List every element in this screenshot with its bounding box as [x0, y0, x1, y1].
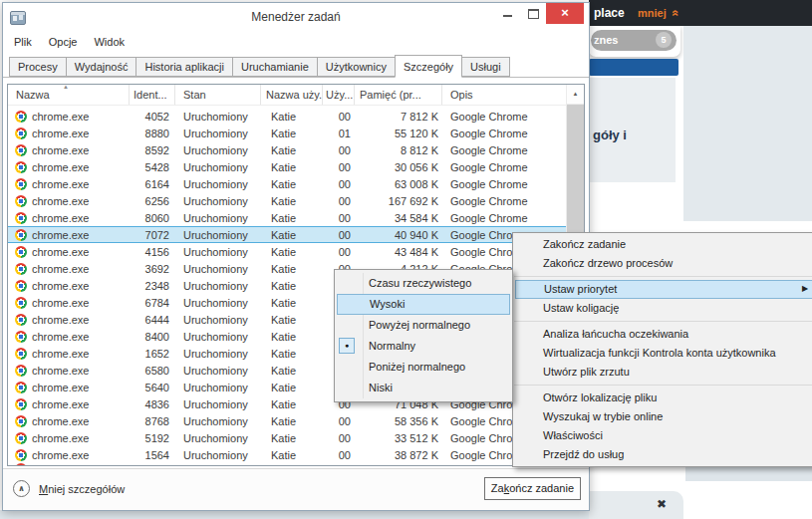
submenu-item-above-normal[interactable]: Powyżej normalnego	[335, 315, 512, 336]
tab[interactable]: Szczegóły	[395, 55, 462, 78]
process-row[interactable]: chrome.exe 4156 Uruchomiony Katie 00 43 …	[8, 243, 584, 260]
process-row[interactable]: chrome.exe 6256 Uruchomiony Katie 00 167…	[8, 192, 584, 209]
process-name-cell: chrome.exe	[8, 432, 130, 444]
chrome-icon	[15, 246, 27, 258]
menu-item-end-process-tree[interactable]: Zakończ drzewo procesów	[513, 254, 812, 273]
submenu-item-high[interactable]: Wysoki	[337, 294, 510, 315]
menu-item-set-priority[interactable]: Ustaw priorytet ▶	[515, 280, 812, 299]
list-header: NazwaIdent...StanNazwa uży...Uży...Pamię…	[8, 85, 584, 106]
process-row[interactable]: chrome.exe 8060 Uruchomiony Katie 00 34 …	[8, 209, 584, 226]
scrollbar-thumb[interactable]	[567, 105, 584, 234]
menu-item-properties[interactable]: Właściwości	[513, 426, 812, 445]
menu-item-go-to-services[interactable]: Przejdź do usług	[513, 445, 812, 464]
column-header[interactable]: Ident...	[130, 85, 175, 105]
process-row[interactable]: chrome.exe 5192 Uruchomiony Katie 00 33 …	[8, 429, 584, 446]
cpu-cell: 00	[323, 195, 355, 207]
menu-item-open-file-location[interactable]: Otwórz lokalizację pliku	[513, 389, 812, 407]
memory-cell: 7 812 K	[355, 111, 442, 123]
fewer-details-label: Mniej szczegółów	[39, 483, 125, 495]
column-header[interactable]: Nazwa	[8, 85, 130, 105]
tab[interactable]: Usługi	[461, 57, 510, 77]
scroll-up-arrow-icon[interactable]: ▲	[567, 85, 584, 105]
process-row[interactable]: chrome.exe 4052 Uruchomiony Katie 00 7 8…	[8, 108, 584, 125]
memory-cell: 30 056 K	[355, 161, 442, 173]
process-row[interactable]: chrome.exe 6164 Uruchomiony Katie 00 63 …	[8, 175, 584, 192]
chrome-icon	[15, 398, 27, 410]
tab[interactable]: Użytkownicy	[317, 57, 396, 77]
submenu-item-low[interactable]: Niski	[335, 378, 512, 398]
close-button[interactable]: ×	[546, 3, 584, 24]
pid-cell: 5192	[130, 432, 175, 444]
cpu-cell: 00	[323, 432, 355, 444]
description-cell: Google Chrome	[442, 195, 584, 207]
background-blue-bar	[589, 59, 678, 76]
process-row[interactable]: chrome.exe 8592 Uruchomiony Katie 00 8 8…	[8, 141, 584, 158]
close-x-icon[interactable]: ✖	[657, 497, 667, 511]
memory-cell: 33 512 K	[355, 432, 442, 444]
column-header[interactable]: Uży...	[323, 85, 355, 105]
process-row[interactable]: chrome.exe 8768 Uruchomiony Katie 00 58 …	[8, 412, 584, 429]
background-tag-pill[interactable]: znes 5	[591, 30, 677, 51]
column-header[interactable]: Pamięć (pr...	[355, 85, 442, 105]
process-row[interactable]	[8, 463, 584, 466]
menu-item-create-dump-file[interactable]: Utwórz plik zrzutu	[513, 363, 812, 382]
chrome-icon	[15, 144, 27, 156]
column-header[interactable]: Stan	[175, 85, 261, 105]
column-header[interactable]: Nazwa uży...	[261, 85, 323, 105]
end-task-button[interactable]: Zakończ zadanie	[484, 477, 581, 500]
minimize-button[interactable]	[496, 3, 521, 24]
submenu-item-below-normal[interactable]: Poniżej normalnego	[335, 357, 512, 378]
menu-item-search-online[interactable]: Wyszukaj w trybie online	[513, 407, 812, 426]
pid-cell: 6256	[130, 195, 175, 207]
chrome-icon	[15, 415, 27, 427]
tab[interactable]: Wydajność	[66, 57, 137, 77]
user-cell: Katie	[261, 111, 323, 123]
status-cell: Uruchomiony	[175, 398, 261, 410]
menu-item-analyze-wait-chain[interactable]: Analiza łańcucha oczekiwania	[513, 325, 812, 344]
user-cell: Katie	[261, 314, 323, 326]
submenu-item-realtime[interactable]: Czasu rzeczywistego	[335, 273, 512, 294]
process-name-cell: chrome.exe	[8, 195, 130, 207]
process-row[interactable]: chrome.exe 1564 Uruchomiony Katie 00 38 …	[8, 446, 584, 463]
background-content-panel: góły i	[589, 78, 676, 182]
process-name-cell: chrome.exe	[8, 229, 130, 241]
radio-selected-icon: ●	[339, 338, 355, 354]
memory-cell: 55 120 K	[355, 128, 442, 139]
menu-separator	[514, 276, 812, 277]
column-header[interactable]: Opis	[442, 85, 584, 105]
background-nav-link[interactable]: place	[594, 6, 625, 20]
background-collapse-link[interactable]: mniej «	[638, 7, 678, 19]
submenu-item-normal[interactable]: ● Normalny	[335, 336, 512, 357]
priority-submenu: Czasu rzeczywistego Wysoki Powyżej norma…	[334, 269, 513, 402]
menu-item-set-affinity[interactable]: Ustaw koligację	[513, 299, 812, 318]
background-heading: góły i	[593, 128, 627, 142]
menu-item[interactable]: Opcje	[49, 36, 78, 48]
maximize-button[interactable]	[521, 3, 546, 24]
status-cell: Uruchomiony	[175, 415, 261, 427]
menu-item-end-task[interactable]: Zakończ zadanie	[513, 235, 812, 254]
chrome-icon	[15, 449, 27, 461]
title-bar[interactable]: Menedżer zadań ×	[3, 3, 589, 31]
process-name-cell: chrome.exe	[8, 415, 130, 427]
process-row[interactable]: chrome.exe 7072 Uruchomiony Katie 00 40 …	[8, 226, 584, 243]
description-cell: Google Chrome	[442, 161, 584, 173]
memory-cell: 8 812 K	[355, 144, 442, 156]
user-cell: Katie	[261, 415, 323, 427]
cpu-cell: 00	[323, 178, 355, 190]
user-cell: Katie	[261, 432, 323, 444]
status-cell: Uruchomiony	[175, 382, 261, 393]
process-row[interactable]: chrome.exe 5428 Uruchomiony Katie 00 30 …	[8, 158, 584, 175]
menu-item[interactable]: Widok	[94, 36, 125, 48]
tab[interactable]: Historia aplikacji	[135, 57, 232, 77]
status-cell: Uruchomiony	[175, 449, 261, 461]
status-cell: Uruchomiony	[175, 161, 261, 173]
chrome-icon	[15, 212, 27, 224]
tab[interactable]: Uruchamianie	[232, 57, 318, 77]
process-row[interactable]: chrome.exe 8880 Uruchomiony Katie 01 55 …	[8, 125, 584, 141]
menu-item[interactable]: Plik	[14, 36, 32, 48]
fewer-details-toggle[interactable]: ∧ Mniej szczegółów	[13, 480, 125, 497]
memory-cell: 34 584 K	[355, 212, 442, 224]
chrome-icon	[15, 229, 27, 241]
menu-item-uac-virtualization[interactable]: Wirtualizacja funkcji Kontrola konta uży…	[513, 344, 812, 363]
tab[interactable]: Procesy	[9, 57, 67, 77]
